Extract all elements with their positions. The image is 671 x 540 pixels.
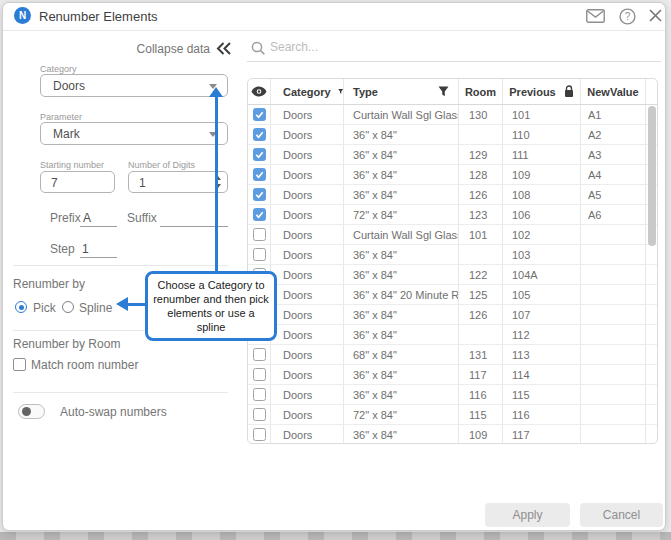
prefix-value[interactable]: A xyxy=(83,211,91,225)
cell-room: 117 xyxy=(459,365,503,384)
apply-button[interactable]: Apply xyxy=(485,503,570,527)
callout-arrow-line-horizontal xyxy=(128,303,146,306)
cell-category: Doors xyxy=(271,325,344,344)
cell-new_value: A5 xyxy=(581,185,646,204)
cell-type: 36" x 84" xyxy=(344,125,459,144)
table-row[interactable]: Doors72" x 84"123106A6 xyxy=(248,205,657,225)
row-checkbox[interactable] xyxy=(253,348,266,361)
number-of-digits-label: Number of Digits xyxy=(128,160,195,170)
row-checkbox[interactable] xyxy=(253,148,266,161)
type-column-header[interactable]: Type xyxy=(344,79,459,104)
mail-icon[interactable] xyxy=(586,9,605,27)
cell-previous: 111 xyxy=(503,145,581,164)
category-dropdown[interactable]: Doors xyxy=(40,74,228,97)
row-checkbox[interactable] xyxy=(253,428,266,441)
row-checkbox[interactable] xyxy=(253,168,266,181)
callout-arrowhead-up xyxy=(209,87,223,97)
table-row[interactable]: Doors36" x 84"126107 xyxy=(248,305,657,325)
search-input[interactable] xyxy=(268,38,468,56)
table-row[interactable]: Doors36" x 84"112 xyxy=(248,325,657,345)
parameter-dropdown[interactable]: Mark xyxy=(40,122,228,145)
number-of-digits-field[interactable]: 1 xyxy=(128,171,228,193)
cell-type: 68" x 84" xyxy=(344,345,459,364)
table-row[interactable]: Doors36" x 84"117114 xyxy=(248,365,657,385)
cell-type: Curtain Wall Sgl Glass xyxy=(344,105,459,124)
cell-room: 131 xyxy=(459,345,503,364)
table-row[interactable]: Doors36" x 84"116115 xyxy=(248,385,657,405)
table-row[interactable]: Doors36" x 84"103 xyxy=(248,245,657,265)
toggle-knob xyxy=(22,407,31,416)
table-row[interactable]: Doors72" x 84"115116 xyxy=(248,405,657,425)
close-icon[interactable] xyxy=(648,8,663,27)
cell-category: Doors xyxy=(271,205,344,224)
renumber-by-room-label: Renumber by Room xyxy=(13,337,120,351)
cell-category: Doors xyxy=(271,305,344,324)
cell-room: 126 xyxy=(459,305,503,324)
screenshot-root: N Renumber Elements ? Collapse data Cate… xyxy=(0,0,671,540)
cell-new_value: A3 xyxy=(581,145,646,164)
cell-type: 36" x 84" 20 Minute Rated xyxy=(344,285,459,304)
cell-new_value xyxy=(581,285,646,304)
cell-category: Doors xyxy=(271,145,344,164)
table-row[interactable]: DoorsCurtain Wall Sgl Glass130101A1 xyxy=(248,105,657,125)
table-body: DoorsCurtain Wall Sgl Glass130101A1Doors… xyxy=(248,105,657,444)
starting-number-field[interactable]: 7 xyxy=(40,171,115,193)
collapse-chevrons-icon[interactable] xyxy=(215,41,232,60)
previous-header-label: Previous xyxy=(509,86,555,98)
table-row[interactable]: Doors36" x 84"128109A4 xyxy=(248,165,657,185)
row-checkbox[interactable] xyxy=(253,388,266,401)
category-column-header[interactable]: Category xyxy=(271,79,344,104)
table-row[interactable]: DoorsCurtain Wall Sgl Glass101102 xyxy=(248,225,657,245)
help-icon[interactable]: ? xyxy=(619,8,636,29)
table-header: Category Type Room Previous xyxy=(248,79,657,105)
room-column-header[interactable]: Room xyxy=(459,79,503,104)
number-of-digits-value: 1 xyxy=(139,176,146,190)
table-row[interactable]: Doors36" x 84"129111A3 xyxy=(248,145,657,165)
room-header-label: Room xyxy=(465,86,496,98)
cell-room: 126 xyxy=(459,185,503,204)
collapse-data-label[interactable]: Collapse data xyxy=(120,42,210,56)
table-row[interactable]: Doors36" x 84" 20 Minute Rated125105 xyxy=(248,285,657,305)
match-room-number-checkbox[interactable] xyxy=(13,358,26,371)
table-row[interactable]: Doors36" x 84"109117 xyxy=(248,425,657,444)
divider xyxy=(13,265,228,266)
row-checkbox[interactable] xyxy=(253,208,266,221)
background-app-strip xyxy=(0,532,671,540)
row-checkbox[interactable] xyxy=(253,228,266,241)
scrollbar-thumb[interactable] xyxy=(648,106,656,246)
table-row[interactable]: Doors68" x 84"131113 xyxy=(248,345,657,365)
auto-swap-toggle[interactable] xyxy=(18,404,45,419)
table-row[interactable]: Doors36" x 84"122104A xyxy=(248,265,657,285)
cell-category: Doors xyxy=(271,285,344,304)
cell-new_value: A2 xyxy=(581,125,646,144)
cell-room xyxy=(459,325,503,344)
step-value[interactable]: 1 xyxy=(82,242,89,256)
radio-spline-label: Spline xyxy=(79,301,112,315)
row-checkbox[interactable] xyxy=(253,128,266,141)
row-checkbox[interactable] xyxy=(253,368,266,381)
table-row[interactable]: Doors36" x 84"126108A5 xyxy=(248,185,657,205)
cell-category: Doors xyxy=(271,185,344,204)
cell-new_value xyxy=(581,385,646,404)
cell-previous: 103 xyxy=(503,245,581,264)
table-row[interactable]: Doors36" x 84"110A2 xyxy=(248,125,657,145)
radio-pick[interactable] xyxy=(15,301,27,313)
row-checkbox[interactable] xyxy=(253,188,266,201)
prefix-label: Prefix xyxy=(50,211,81,225)
visibility-column-header[interactable] xyxy=(248,79,271,104)
cell-room: 116 xyxy=(459,385,503,404)
row-checkbox[interactable] xyxy=(253,248,266,261)
cell-room xyxy=(459,125,503,144)
cell-new_value xyxy=(581,425,646,444)
row-checkbox[interactable] xyxy=(253,408,266,421)
app-logo-icon: N xyxy=(14,7,31,24)
cell-room: 123 xyxy=(459,205,503,224)
cell-type: 36" x 84" xyxy=(344,265,459,284)
cell-previous: 105 xyxy=(503,285,581,304)
radio-spline[interactable] xyxy=(62,301,74,313)
newvalue-column-header[interactable]: NewValue xyxy=(581,79,646,104)
cancel-button[interactable]: Cancel xyxy=(580,503,663,527)
previous-column-header[interactable]: Previous xyxy=(503,79,581,104)
cell-category: Doors xyxy=(271,265,344,284)
row-checkbox[interactable] xyxy=(253,108,266,121)
